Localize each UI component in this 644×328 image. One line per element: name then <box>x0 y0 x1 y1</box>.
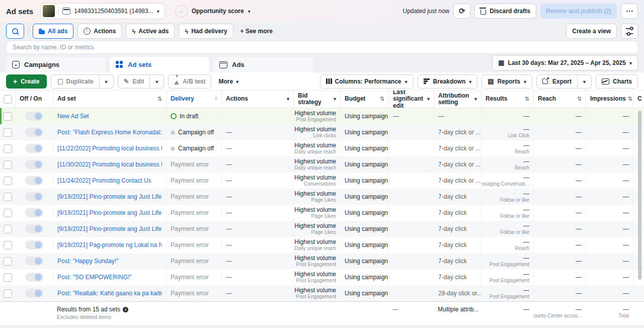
see-more-filters-button[interactable]: + See more <box>237 27 276 35</box>
duplicate-button[interactable]: Duplicate <box>51 74 100 89</box>
col-header-impressions[interactable]: Impressions <box>586 91 633 108</box>
ad-set-name-link[interactable]: [9/19/2021] Pino-promote ang Just Life &… <box>57 209 162 216</box>
budget-cell: Using campaign ... <box>340 221 388 237</box>
filter-chip-had-delivery[interactable]: Had delivery <box>179 24 233 39</box>
row-checkbox[interactable] <box>4 112 12 121</box>
col-header-delivery[interactable]: Delivery <box>166 91 221 108</box>
charts-button[interactable]: Charts <box>596 74 638 89</box>
col-header-reach[interactable]: Reach <box>533 91 586 108</box>
row-checkbox[interactable] <box>4 177 12 185</box>
opportunity-score[interactable]: -- Opportunity score <box>175 5 251 18</box>
row-toggle[interactable] <box>25 128 43 137</box>
row-toggle[interactable] <box>25 289 43 298</box>
row-toggle[interactable] <box>25 240 43 250</box>
row-toggle[interactable] <box>25 224 43 233</box>
view-settings-button[interactable] <box>621 24 638 39</box>
results-sub: Link Click <box>508 133 529 139</box>
export-button[interactable]: Export <box>536 74 578 89</box>
more-menu-button[interactable]: More <box>215 78 242 85</box>
ad-set-name-link[interactable]: Post: "SO EMPOWERING!" <box>57 274 162 281</box>
results-sub: Post Engagement <box>490 278 530 284</box>
bid-strategy-value: Highest volume <box>294 222 336 229</box>
row-toggle[interactable] <box>25 208 43 217</box>
bid-strategy-sub: Page Likes <box>311 213 336 219</box>
tab-campaigns[interactable]: Campaigns <box>6 57 106 72</box>
col-header-ad-set[interactable]: Ad set <box>53 91 166 108</box>
col-header-select-all[interactable] <box>0 91 15 108</box>
row-toggle[interactable] <box>25 273 43 282</box>
ab-test-button[interactable]: A/B test <box>168 74 211 89</box>
row-toggle[interactable] <box>25 112 43 121</box>
row-checkbox[interactable] <box>4 144 12 153</box>
info-icon[interactable] <box>123 307 128 312</box>
row-checkbox[interactable] <box>4 241 12 250</box>
chip-label: All ads <box>48 28 67 35</box>
search-filter-button[interactable] <box>6 24 24 39</box>
ad-set-name-link[interactable]: [9/19/2021] Pino-promote ang Just Life &… <box>57 225 162 232</box>
overflow-cell <box>633 285 644 301</box>
ad-set-name-link[interactable]: [9/19/2021] Pino-promote ang Just Life &… <box>57 193 162 200</box>
ad-set-name-link[interactable]: New Ad Set <box>57 113 162 120</box>
select-all-checkbox[interactable] <box>4 95 12 104</box>
tab-ad-sets[interactable]: Ad sets <box>110 57 209 72</box>
impressions-value: — <box>623 241 629 249</box>
ad-set-name-link[interactable]: Post: "Realtalk: Kahit gaano ka pa kaiti… <box>57 290 162 297</box>
filter-chip-active-ads[interactable]: Active ads <box>126 24 175 39</box>
filter-chip-actions[interactable]: Actions <box>77 24 122 39</box>
col-header-attribution-setting[interactable]: Attribution setting <box>434 91 481 108</box>
discard-drafts-button[interactable]: Discard drafts <box>474 4 536 19</box>
chip-label: Had delivery <box>191 28 227 35</box>
row-checkbox[interactable] <box>4 209 12 217</box>
create-a-view-button[interactable]: Create a view <box>566 24 617 39</box>
refresh-button[interactable] <box>453 4 470 19</box>
duplicate-dropdown-button[interactable] <box>100 74 114 89</box>
ad-set-name-link[interactable]: [11/30/2022] Promoting local business FL… <box>57 161 162 168</box>
ad-set-name-link[interactable]: [11/24/2022] Promoting Contact Us <box>57 177 162 184</box>
tab-ads[interactable]: Ads <box>213 57 313 72</box>
col-header-c[interactable]: C <box>633 91 644 108</box>
row-toggle[interactable] <box>25 144 43 153</box>
reports-button[interactable]: Reports <box>481 74 532 89</box>
col-header-actions[interactable]: Actions <box>221 91 293 108</box>
columns-button[interactable]: Columns: Performance <box>320 74 414 89</box>
review-and-publish-button[interactable]: Review and publish (2) <box>540 4 617 19</box>
row-checkbox[interactable] <box>4 193 12 201</box>
edit-dropdown-button[interactable] <box>150 74 164 89</box>
col-header-off-on[interactable]: Off / On <box>15 91 53 108</box>
ad-set-name-link[interactable]: [9/19/2021] Pag-promote ng Lokal na Nego… <box>57 241 162 249</box>
row-checkbox[interactable] <box>4 160 12 169</box>
row-checkbox[interactable] <box>4 257 12 266</box>
more-options-button[interactable] <box>621 4 638 19</box>
ad-set-name-link[interactable]: [11/22/2022] Promoting local business Fl… <box>57 145 162 152</box>
vertical-scrollbar[interactable] <box>638 111 641 280</box>
create-button[interactable]: Create <box>6 74 47 89</box>
bid-strategy-cell: Highest volumePost Engagement <box>293 269 340 285</box>
export-dropdown-button[interactable] <box>578 74 592 89</box>
date-range-button[interactable]: Last 30 days: Mar 27, 2025 – Apr 25, 202… <box>492 55 638 70</box>
row-toggle[interactable] <box>25 176 43 185</box>
row-toggle[interactable] <box>25 160 43 169</box>
impressions-cell: — <box>586 189 633 205</box>
row-checkbox[interactable] <box>4 128 12 137</box>
edit-button[interactable]: Edit <box>118 74 150 89</box>
ad-set-name-link[interactable]: Post: "Happy Sunday!" <box>57 258 162 265</box>
col-header-results[interactable]: Results <box>481 91 533 108</box>
row-checkbox[interactable] <box>4 273 12 282</box>
ad-set-name-link[interactable]: Post: "Flash Express Home Koronadal: you… <box>57 129 162 136</box>
breakdown-button[interactable]: Breakdown <box>418 74 478 89</box>
ad-set-name-cell: Post: "SO EMPOWERING!" <box>53 269 166 285</box>
row-checkbox[interactable] <box>4 289 12 298</box>
filter-chip-all-ads[interactable]: All ads <box>33 24 73 39</box>
col-header-bid-strategy[interactable]: Bid strategy <box>293 91 340 108</box>
row-toggle[interactable] <box>25 257 43 266</box>
row-checkbox[interactable] <box>4 225 12 233</box>
col-header-last-significant-edit[interactable]: Last significant edit <box>388 91 434 108</box>
search-input[interactable] <box>6 41 638 54</box>
delivery-status: Payment error <box>171 193 209 200</box>
row-toggle[interactable] <box>25 192 43 201</box>
account-selector[interactable]: 1498331250403591 (14983... <box>40 3 165 19</box>
ads-icon <box>219 61 227 68</box>
col-header-budget[interactable]: Budget <box>340 91 388 108</box>
col-header-label: Delivery <box>171 96 194 102</box>
impressions-cell: — <box>586 269 633 285</box>
